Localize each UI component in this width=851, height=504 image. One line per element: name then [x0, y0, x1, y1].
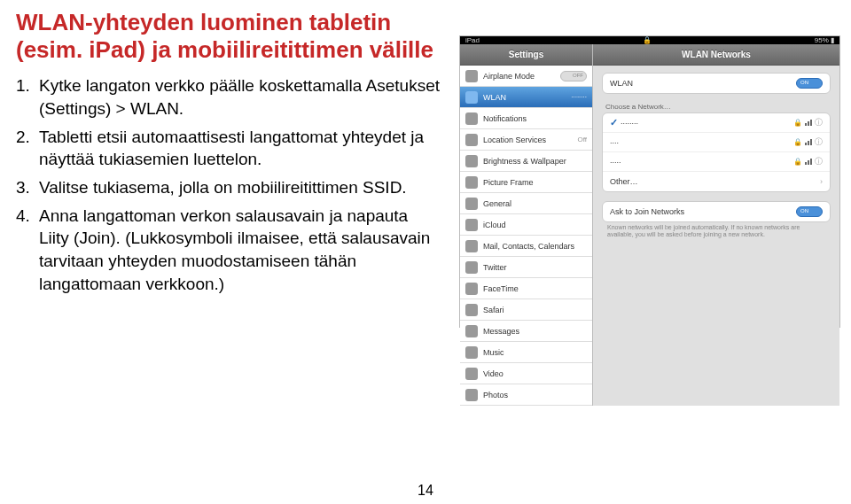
steps-list: 1. Kytke langaton verkko päälle kosketta…: [16, 74, 441, 295]
twitter-icon: [465, 261, 478, 274]
sidebar-item-label: Messages: [483, 327, 587, 336]
chevron-right-icon: ›: [820, 177, 823, 186]
gear-icon: [465, 198, 478, 210]
ask-to-join-note: Known networks will be joined automatica…: [602, 222, 831, 241]
detail-icon[interactable]: ⓘ: [815, 117, 823, 128]
sidebar-item-value: Off: [577, 136, 587, 143]
step-number: 2.: [16, 126, 39, 171]
lock-icon: 🔒: [643, 36, 652, 44]
airplane-icon: [465, 70, 478, 82]
status-bar: iPad 🔒 95% ▮: [460, 36, 839, 44]
sidebar-item-video[interactable]: Video: [460, 363, 592, 384]
network-name: Other…: [610, 177, 638, 186]
sidebar-title: Settings: [460, 44, 592, 66]
sidebar-item-label: Safari: [483, 306, 587, 314]
lock-icon: 🔒: [793, 158, 802, 166]
ask-to-join-label: Ask to Join Networks: [610, 207, 684, 216]
brightness-icon: [465, 155, 478, 167]
step-item: 4. Anna langattoman verkon salausavain j…: [16, 205, 441, 296]
ask-toggle-on[interactable]: [796, 206, 823, 217]
sidebar-item-label: Airplane Mode: [483, 72, 555, 81]
sidebar-item-label: Location Services: [483, 136, 572, 144]
wifi-signal-icon: [805, 139, 812, 145]
safari-icon: [465, 304, 478, 316]
music-icon: [465, 346, 478, 359]
checkmark-icon: ✓: [610, 117, 621, 128]
sidebar-item-label: Brightness & Wallpaper: [483, 157, 587, 166]
mail-icon: [465, 240, 478, 252]
ask-to-join-row[interactable]: Ask to Join Networks: [603, 202, 830, 221]
settings-sidebar: Settings Airplane ModeWLAN········Notifi…: [460, 44, 593, 406]
status-right: 95% ▮: [815, 36, 834, 44]
photos-icon: [465, 389, 478, 401]
network-name: ········: [621, 119, 638, 128]
step-number: 1.: [16, 74, 39, 120]
sidebar-item-safari[interactable]: Safari: [460, 299, 592, 321]
step-number: 3.: [16, 176, 39, 199]
sidebar-item-picture-frame[interactable]: Picture Frame: [460, 172, 592, 193]
lock-icon: 🔒: [793, 138, 802, 146]
sidebar-item-label: Twitter: [483, 263, 587, 272]
sidebar-item-twitter[interactable]: Twitter: [460, 257, 592, 278]
wifi-icon: [465, 91, 478, 104]
page-title: WLAN-yhteyden luominen tabletin (esim. i…: [16, 9, 441, 64]
sidebar-item-mail-contacts-calendars[interactable]: Mail, Contacts, Calendars: [460, 236, 592, 257]
sidebar-item-label: Video: [483, 369, 587, 378]
wlan-label: WLAN: [610, 79, 633, 88]
status-left: iPad: [465, 36, 480, 44]
step-text: Kytke langaton verkko päälle koskettamal…: [39, 74, 441, 120]
sidebar-item-label: Music: [483, 348, 587, 357]
wlan-toggle-on[interactable]: [796, 78, 823, 89]
sidebar-item-facetime[interactable]: FaceTime: [460, 278, 592, 299]
sidebar-item-messages[interactable]: Messages: [460, 321, 592, 342]
sidebar-item-location-services[interactable]: Location ServicesOff: [460, 129, 592, 151]
sidebar-item-icloud[interactable]: iCloud: [460, 214, 592, 236]
page-number: 14: [418, 483, 433, 499]
cloud-icon: [465, 219, 478, 231]
network-row[interactable]: ✓ ········🔒ⓘ: [603, 113, 830, 133]
sidebar-item-label: Photos: [483, 391, 587, 399]
panel-title: WLAN Networks: [593, 44, 839, 66]
network-row[interactable]: ·····🔒ⓘ: [603, 152, 830, 172]
sidebar-item-photos[interactable]: Photos: [460, 384, 592, 406]
bell-icon: [465, 112, 478, 125]
airplane-toggle-off[interactable]: [560, 71, 587, 81]
video-icon: [465, 368, 478, 380]
network-row[interactable]: ····🔒ⓘ: [603, 133, 830, 152]
sidebar-item-label: General: [483, 199, 587, 208]
messages-icon: [465, 325, 478, 337]
sidebar-item-value: ········: [571, 93, 587, 101]
sidebar-item-label: Picture Frame: [483, 178, 587, 187]
step-number: 4.: [16, 205, 39, 296]
sidebar-item-label: FaceTime: [483, 284, 587, 293]
detail-icon[interactable]: ⓘ: [815, 136, 823, 148]
wifi-signal-icon: [805, 159, 812, 165]
sidebar-item-label: Mail, Contacts, Calendars: [483, 242, 587, 251]
sidebar-item-label: Notifications: [483, 114, 587, 123]
step-item: 2. Tabletti etsii automaattisesti langat…: [16, 126, 441, 171]
network-other-row[interactable]: Other…›: [603, 172, 830, 191]
step-item: 3. Valitse tukiasema, jolla on mobiilire…: [16, 176, 441, 199]
sidebar-item-general[interactable]: General: [460, 193, 592, 214]
detail-icon[interactable]: ⓘ: [815, 156, 823, 167]
step-item: 1. Kytke langaton verkko päälle kosketta…: [16, 74, 441, 120]
wlan-panel: WLAN Networks WLAN Choose a Network: [593, 44, 839, 406]
facetime-icon: [465, 283, 478, 295]
step-text: Valitse tukiasema, jolla on mobiilireiti…: [39, 176, 441, 199]
step-text: Tabletti etsii automaattisesti langattom…: [39, 126, 441, 171]
wlan-toggle-row[interactable]: WLAN: [603, 74, 830, 93]
step-text: Anna langattoman verkon salausavain ja n…: [39, 205, 441, 296]
choose-network-label: Choose a Network…: [605, 103, 827, 111]
sidebar-item-label: WLAN: [483, 93, 566, 102]
sidebar-item-wlan[interactable]: WLAN········: [460, 87, 592, 108]
sidebar-item-brightness-wallpaper[interactable]: Brightness & Wallpaper: [460, 151, 592, 172]
lock-icon: 🔒: [793, 119, 802, 127]
network-name: ·····: [610, 158, 621, 167]
frame-icon: [465, 176, 478, 189]
sidebar-item-music[interactable]: Music: [460, 342, 592, 363]
wifi-signal-icon: [805, 120, 812, 126]
network-name: ····: [610, 138, 619, 147]
location-icon: [465, 134, 478, 146]
sidebar-item-notifications[interactable]: Notifications: [460, 108, 592, 129]
sidebar-item-airplane-mode[interactable]: Airplane Mode: [460, 66, 592, 87]
